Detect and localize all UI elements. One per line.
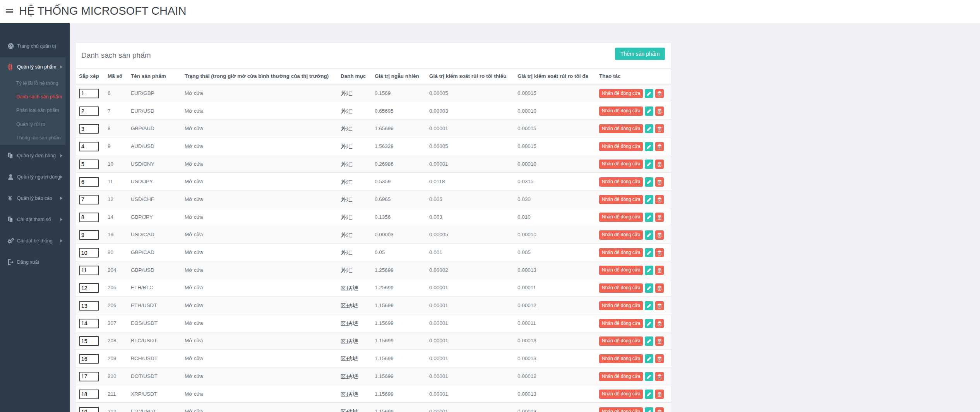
svg-text:B: B <box>8 64 13 70</box>
svg-text:¥: ¥ <box>9 195 12 202</box>
